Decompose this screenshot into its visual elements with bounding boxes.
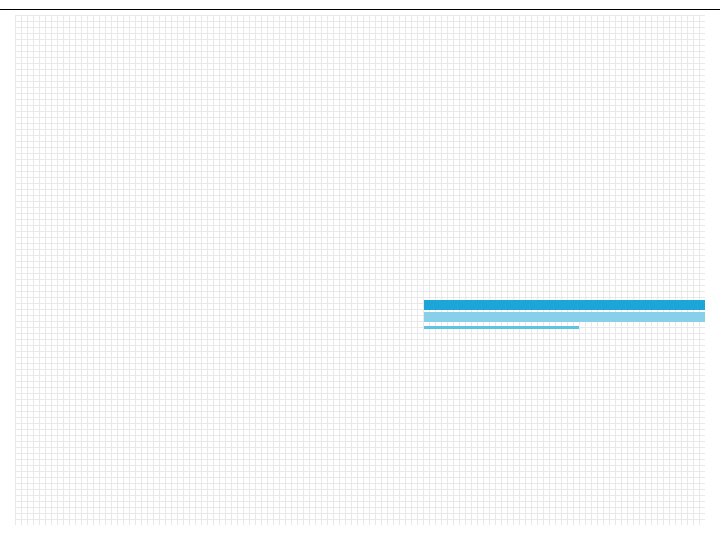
top-border <box>0 9 720 10</box>
progress-bars-group <box>424 300 705 330</box>
progress-bar-1 <box>424 300 705 310</box>
drawing-grid <box>15 15 705 525</box>
progress-bar-2 <box>424 312 705 322</box>
progress-bar-3 <box>424 326 579 329</box>
